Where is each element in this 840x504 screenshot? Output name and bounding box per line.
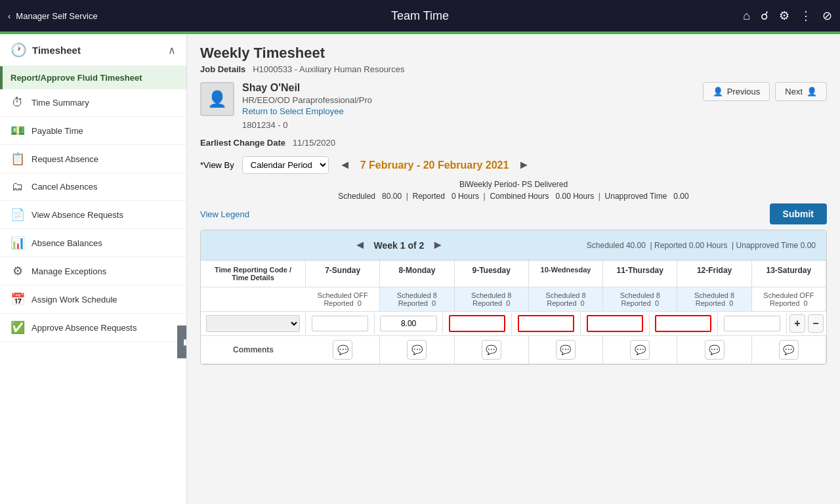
employee-nav-buttons: 👤 Previous Next 👤 — [703, 82, 827, 101]
sidebar-item-view-absence-requests[interactable]: 📄 View Absence Requests — [0, 201, 186, 229]
input-sun[interactable] — [312, 316, 368, 331]
assign-work-icon: 📅 — [10, 292, 25, 306]
week-prev-button[interactable]: ◄ — [352, 236, 369, 255]
col-header-tue: 9-Tuesday — [455, 261, 529, 287]
comment-cell-tue: 💬 — [455, 336, 529, 364]
view-by-select[interactable]: Calendar Period — [242, 156, 329, 174]
time-code-select[interactable] — [206, 315, 300, 332]
comment-icon-fri: 💬 — [709, 345, 720, 355]
main-layout: 🕐 Timesheet ∧ Report/Approve Fluid Times… — [0, 34, 840, 504]
submit-button[interactable]: Submit — [770, 203, 827, 224]
sched-reported-sat: Reported 0 — [755, 299, 823, 307]
col-header-thu: 11-Thursday — [603, 261, 677, 287]
input-cell-mon — [375, 313, 444, 334]
home-icon[interactable]: ⌂ — [743, 9, 750, 23]
sidebar-item-label: Manage Exceptions — [32, 266, 106, 276]
no-entry-icon[interactable]: ⊘ — [822, 9, 832, 23]
comment-button-sun[interactable]: 💬 — [333, 340, 352, 360]
sched-reported-thu: Reported 0 — [606, 299, 674, 307]
unapproved-label: Unapproved Time — [605, 192, 667, 201]
sidebar-toggle[interactable]: ▮ — [177, 326, 187, 358]
next-button[interactable]: Next 👤 — [775, 82, 827, 101]
timesheet-icon: 🕐 — [10, 42, 27, 58]
input-mon[interactable] — [380, 316, 436, 331]
absence-balances-icon: 📊 — [10, 236, 25, 250]
comment-button-wed[interactable]: 💬 — [556, 340, 576, 360]
view-legend-link[interactable]: View Legend — [200, 209, 249, 219]
return-link[interactable]: Return to Select Employee — [242, 106, 344, 116]
employee-info: 👤 Shay O'Neil HR/EEO/OD Paraprofessional… — [200, 82, 372, 130]
page-title: Weekly Timesheet — [200, 45, 827, 62]
sidebar-item-absence-balances[interactable]: 📊 Absence Balances — [0, 229, 186, 257]
reported-label: Reported — [413, 192, 445, 201]
payable-time-icon: 💵 — [10, 123, 25, 138]
comment-button-tue[interactable]: 💬 — [482, 340, 501, 360]
scheduled-label: Scheduled — [338, 192, 375, 201]
col-header-wed: 10-Wednesday — [529, 261, 603, 287]
sidebar-collapse-icon[interactable]: ∧ — [168, 44, 176, 56]
top-nav-actions: ⌂ ☌ ⚙ ⋮ ⊘ — [743, 9, 832, 23]
employee-section: 👤 Shay O'Neil HR/EEO/OD Paraprofessional… — [200, 82, 827, 130]
sidebar-title: 🕐 Timesheet — [10, 42, 81, 58]
sched-reported-fri: Reported 0 — [680, 299, 748, 307]
input-cell-sat — [718, 313, 787, 334]
comment-cell-sun: 💬 — [306, 336, 380, 364]
comment-button-sat[interactable]: 💬 — [779, 340, 799, 360]
input-cell-thu — [581, 312, 650, 335]
comments-label: Comments — [201, 340, 306, 360]
period-next-button[interactable]: ► — [515, 156, 532, 175]
cancel-absences-icon: 🗂 — [10, 180, 25, 194]
sched-cell-wed: Scheduled 8 Reported 0 — [529, 287, 603, 311]
sched-cell-mon: Scheduled 8 Reported 0 — [380, 287, 454, 311]
sidebar-item-cancel-absences[interactable]: 🗂 Cancel Absences — [0, 173, 186, 201]
employee-name: Shay O'Neil — [242, 82, 372, 94]
sidebar-item-payable-time[interactable]: 💵 Payable Time — [0, 117, 186, 145]
input-wed[interactable] — [518, 315, 574, 332]
input-row: + − — [201, 312, 826, 336]
comment-icon-mon: 💬 — [411, 345, 423, 355]
period-prev-button[interactable]: ◄ — [337, 156, 354, 175]
input-tue[interactable] — [449, 315, 505, 332]
comment-cell-sat: 💬 — [752, 336, 826, 364]
bell-icon[interactable]: ⚙ — [779, 9, 789, 23]
week-reported: 0.00 Hours — [689, 241, 728, 250]
comment-button-mon[interactable]: 💬 — [407, 340, 427, 360]
sched-reported-tue: Reported 0 — [457, 299, 526, 307]
sidebar-item-time-summary[interactable]: ⏱ Time Summary — [0, 89, 186, 117]
remove-row-button[interactable]: − — [808, 314, 824, 333]
comment-button-thu[interactable]: 💬 — [630, 340, 650, 360]
sched-label-sun: Scheduled OFF — [308, 291, 377, 299]
sched-cell-sun: Scheduled OFF Reported 0 — [306, 287, 380, 311]
view-absence-icon: 📄 — [10, 207, 25, 222]
previous-button[interactable]: 👤 Previous — [703, 82, 770, 101]
sidebar-item-report-approve[interactable]: Report/Approve Fluid Timesheet — [0, 66, 186, 89]
input-thu[interactable] — [587, 315, 643, 332]
more-icon[interactable]: ⋮ — [800, 9, 812, 23]
sidebar-item-label: Cancel Absences — [32, 182, 97, 192]
input-cell-fri — [650, 312, 719, 335]
sched-cell-sat: Scheduled OFF Reported 0 — [752, 287, 826, 311]
sidebar-item-assign-work-schedule[interactable]: 📅 Assign Work Schedule — [0, 285, 186, 314]
view-by-label: *View By — [200, 160, 234, 170]
sched-reported-sun: Reported 0 — [308, 299, 377, 307]
view-by-row: *View By Calendar Period ◄ 7 February - … — [200, 156, 827, 175]
combined-label: Combined Hours — [490, 192, 549, 201]
sidebar-item-approve-absence-requests[interactable]: ✅ Approve Absence Requests — [0, 314, 186, 342]
back-nav[interactable]: ‹ Manager Self Service — [8, 11, 98, 21]
content-area: Weekly Timesheet Job Details H1000533 - … — [187, 34, 840, 504]
period-title: 7 February - 20 February 2021 — [360, 159, 509, 171]
job-details-value: H1000533 - Auxiliary Human Resources — [253, 64, 404, 74]
sched-label-thu: Scheduled 8 — [606, 291, 674, 299]
comment-icon-sun: 💬 — [337, 345, 348, 355]
input-sat[interactable] — [724, 316, 780, 331]
period-subtitle: BiWeekly Period- PS Delivered — [459, 180, 568, 189]
sidebar-item-request-absence[interactable]: 📋 Request Absence — [0, 145, 186, 173]
week-next-button[interactable]: ► — [429, 236, 446, 255]
top-nav: ‹ Manager Self Service Team Time ⌂ ☌ ⚙ ⋮… — [0, 0, 840, 32]
search-icon[interactable]: ☌ — [761, 9, 768, 23]
comment-cell-fri: 💬 — [677, 336, 751, 364]
sidebar-item-manage-exceptions[interactable]: ⚙ Manage Exceptions — [0, 257, 186, 285]
input-fri[interactable] — [655, 315, 711, 332]
comment-button-fri[interactable]: 💬 — [705, 340, 724, 360]
add-row-button[interactable]: + — [789, 314, 805, 333]
